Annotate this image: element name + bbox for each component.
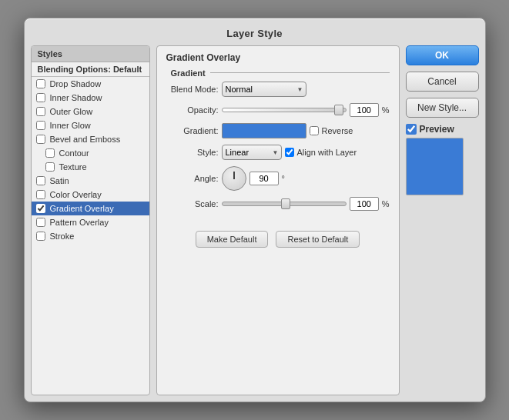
preview-inner bbox=[417, 149, 452, 184]
opacity-label: Opacity: bbox=[166, 105, 219, 115]
reverse-label: Reverse bbox=[322, 126, 353, 135]
outer-glow-checkbox[interactable] bbox=[36, 107, 45, 116]
right-panel: OK Cancel New Style... Preview bbox=[406, 45, 479, 395]
outer-glow-label: Outer Glow bbox=[50, 107, 93, 116]
contour-checkbox[interactable] bbox=[45, 148, 55, 158]
dialog-title: Layer Style bbox=[31, 25, 479, 45]
satin-checkbox[interactable] bbox=[36, 176, 45, 185]
angle-label: Angle: bbox=[166, 174, 219, 183]
reverse-wrap: Reverse bbox=[310, 126, 353, 135]
color-overlay-label: Color Overlay bbox=[50, 190, 102, 199]
preview-label: Preview bbox=[420, 124, 454, 135]
sidebar-item-drop-shadow[interactable]: Drop Shadow bbox=[32, 77, 149, 91]
sidebar-item-satin[interactable]: Satin bbox=[32, 174, 149, 188]
sidebar-item-bevel-emboss[interactable]: Bevel and Emboss bbox=[32, 132, 149, 146]
blending-label: Blending Options: Default bbox=[38, 65, 142, 74]
sidebar-item-gradient-overlay[interactable]: Gradient Overlay bbox=[32, 202, 149, 215]
pattern-overlay-checkbox[interactable] bbox=[36, 218, 45, 227]
stroke-checkbox[interactable] bbox=[36, 232, 45, 241]
align-wrap: Align with Layer bbox=[285, 148, 357, 157]
scale-unit: % bbox=[382, 199, 390, 208]
sidebar-item-inner-shadow[interactable]: Inner Shadow bbox=[32, 91, 149, 105]
gradient-overlay-panel: Gradient Overlay Gradient Blend Mode: No… bbox=[156, 45, 400, 395]
angle-unit: ° bbox=[282, 174, 285, 183]
opacity-row: Opacity: % bbox=[166, 103, 390, 117]
styles-panel: Styles Blending Options: Default Drop Sh… bbox=[31, 45, 150, 395]
preview-box bbox=[406, 138, 464, 195]
style-row: Style: Linear Radial Angle Reflected Dia… bbox=[166, 145, 390, 160]
contour-label: Contour bbox=[59, 148, 89, 158]
group-title: Gradient bbox=[166, 68, 210, 78]
style-select[interactable]: Linear Radial Angle Reflected Diamond bbox=[222, 145, 282, 160]
action-buttons: Make Default Reset to Default bbox=[157, 231, 399, 248]
bevel-emboss-checkbox[interactable] bbox=[36, 135, 45, 144]
make-default-button[interactable]: Make Default bbox=[196, 231, 269, 248]
satin-label: Satin bbox=[50, 176, 69, 185]
align-checkbox[interactable] bbox=[285, 148, 294, 157]
inner-glow-label: Inner Glow bbox=[50, 121, 91, 130]
gradient-label: Gradient: bbox=[166, 126, 219, 135]
preview-label-wrap: Preview bbox=[406, 124, 454, 135]
opacity-input[interactable] bbox=[350, 103, 379, 117]
angle-input[interactable] bbox=[249, 172, 279, 185]
preview-section: Preview bbox=[406, 124, 479, 195]
gradient-overlay-label: Gradient Overlay bbox=[50, 204, 114, 213]
cancel-button[interactable]: Cancel bbox=[406, 72, 479, 92]
bevel-emboss-label: Bevel and Emboss bbox=[50, 135, 121, 144]
style-select-wrapper[interactable]: Linear Radial Angle Reflected Diamond bbox=[222, 145, 282, 160]
sidebar-item-outer-glow[interactable]: Outer Glow bbox=[32, 105, 149, 118]
inner-glow-checkbox[interactable] bbox=[36, 121, 45, 130]
inner-shadow-checkbox[interactable] bbox=[36, 93, 45, 102]
style-label: Style: bbox=[166, 148, 219, 157]
scale-label: Scale: bbox=[166, 199, 219, 208]
blend-mode-label: Blend Mode: bbox=[166, 85, 219, 94]
scale-row: Scale: % bbox=[166, 197, 390, 211]
gradient-row: Gradient: Reverse bbox=[166, 123, 390, 138]
sidebar-item-pattern-overlay[interactable]: Pattern Overlay bbox=[32, 215, 149, 229]
sidebar-item-blending[interactable]: Blending Options: Default bbox=[32, 62, 149, 77]
scale-input[interactable] bbox=[350, 197, 379, 211]
new-style-button[interactable]: New Style... bbox=[406, 98, 479, 118]
opacity-unit: % bbox=[382, 105, 390, 115]
color-overlay-checkbox[interactable] bbox=[36, 190, 45, 199]
stroke-label: Stroke bbox=[50, 232, 75, 241]
blend-mode-select[interactable]: Normal Dissolve Multiply Screen Overlay bbox=[222, 82, 306, 97]
drop-shadow-label: Drop Shadow bbox=[50, 79, 102, 88]
inner-shadow-label: Inner Shadow bbox=[50, 93, 102, 102]
texture-label: Texture bbox=[59, 162, 87, 172]
dial-indicator bbox=[233, 172, 235, 179]
gradient-preview[interactable] bbox=[222, 123, 306, 138]
opacity-slider-track[interactable] bbox=[222, 108, 347, 112]
layer-style-dialog: Layer Style Styles Blending Options: Def… bbox=[24, 18, 486, 402]
styles-panel-header: Styles bbox=[32, 46, 149, 62]
ok-button[interactable]: OK bbox=[406, 45, 479, 65]
align-label: Align with Layer bbox=[297, 148, 357, 157]
sidebar-item-contour[interactable]: Contour bbox=[32, 146, 149, 160]
sidebar-item-texture[interactable]: Texture bbox=[32, 160, 149, 174]
blend-mode-row: Blend Mode: Normal Dissolve Multiply Scr… bbox=[166, 82, 390, 97]
angle-row: Angle: ° bbox=[166, 166, 390, 191]
opacity-slider-thumb[interactable] bbox=[334, 105, 343, 115]
gradient-group: Gradient Overlay Gradient Blend Mode: No… bbox=[156, 45, 400, 395]
drop-shadow-checkbox[interactable] bbox=[36, 79, 45, 88]
blend-mode-wrapper[interactable]: Normal Dissolve Multiply Screen Overlay bbox=[222, 82, 306, 97]
texture-checkbox[interactable] bbox=[45, 162, 55, 172]
scale-slider-track[interactable] bbox=[222, 202, 347, 206]
preview-checkbox[interactable] bbox=[406, 124, 417, 135]
sidebar-item-color-overlay[interactable]: Color Overlay bbox=[32, 188, 149, 202]
gradient-overlay-checkbox[interactable] bbox=[36, 204, 45, 213]
reverse-checkbox[interactable] bbox=[310, 126, 319, 135]
sidebar-item-inner-glow[interactable]: Inner Glow bbox=[32, 118, 149, 132]
reset-to-default-button[interactable]: Reset to Default bbox=[276, 231, 360, 248]
pattern-overlay-label: Pattern Overlay bbox=[50, 218, 109, 227]
angle-dial[interactable] bbox=[222, 166, 246, 191]
scale-slider-thumb[interactable] bbox=[281, 198, 290, 209]
section-title: Gradient Overlay bbox=[166, 52, 241, 63]
sidebar-item-stroke[interactable]: Stroke bbox=[32, 229, 149, 243]
